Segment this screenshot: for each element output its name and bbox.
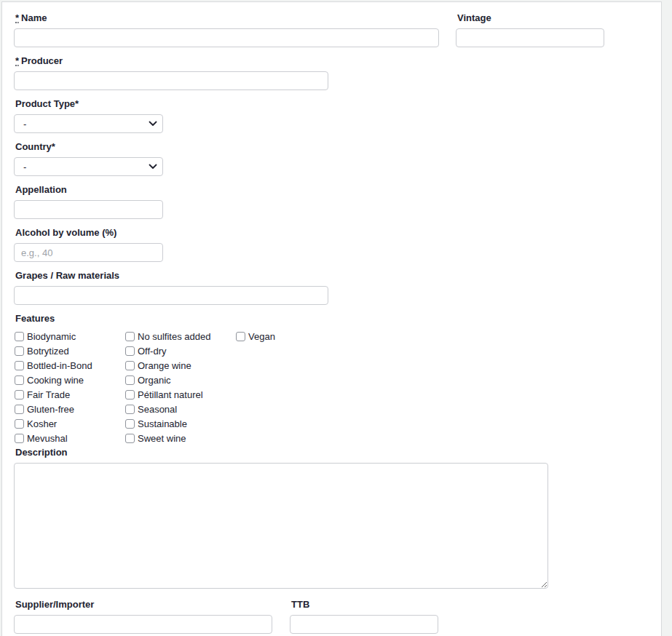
checkbox[interactable]	[125, 332, 135, 341]
feature-label: Biodynamic	[27, 331, 76, 342]
features-checkbox-grid: Biodynamic Botrytized Bottled-in-Bond Co…	[14, 329, 649, 445]
checkbox[interactable]	[125, 375, 135, 385]
feature-item-botrytized[interactable]: Botrytized	[14, 343, 124, 358]
supplier-input[interactable]	[14, 615, 272, 634]
feature-label: Bottled-in-Bond	[27, 360, 92, 371]
feature-label: Off-dry	[138, 346, 167, 357]
product-type-select[interactable]: -	[14, 114, 163, 133]
feature-label: Seasonal	[138, 404, 177, 415]
feature-item-gluten-free[interactable]: Gluten-free	[14, 402, 124, 416]
feature-item-no-sulfites-added[interactable]: No sulfites added	[124, 329, 235, 343]
producer-label-text: Producer	[21, 55, 63, 66]
feature-item-sweet-wine[interactable]: Sweet wine	[124, 431, 235, 445]
description-textarea[interactable]	[14, 463, 548, 589]
checkbox[interactable]	[15, 332, 24, 341]
appellation-input[interactable]	[14, 200, 163, 219]
feature-label: Sustainable	[138, 418, 187, 429]
product-form-panel: *Name Vintage *Producer Product Type* - …	[1, 1, 662, 636]
country-select[interactable]: -	[14, 157, 163, 176]
feature-item-orange-wine[interactable]: Orange wine	[124, 358, 235, 373]
country-label: Country*	[14, 141, 649, 153]
feature-label: Cooking wine	[27, 375, 84, 386]
feature-item-sustainable[interactable]: Sustainable	[124, 416, 235, 431]
country-field-group: Country* -	[14, 141, 649, 176]
feature-label: Vegan	[248, 331, 275, 342]
appellation-label: Appellation	[14, 184, 649, 196]
description-label: Description	[14, 447, 649, 458]
checkbox[interactable]	[15, 375, 24, 385]
name-input[interactable]	[14, 28, 439, 47]
abv-field-group: Alcohol by volume (%)	[14, 227, 649, 262]
product-type-label: Product Type*	[14, 98, 649, 110]
vintage-field-group: Vintage	[456, 12, 604, 47]
feature-item-organic[interactable]: Organic	[124, 373, 235, 387]
feature-item-cooking-wine[interactable]: Cooking wine	[14, 373, 124, 387]
ttb-field-group: TTB	[290, 599, 438, 634]
feature-item-kosher[interactable]: Kosher	[14, 416, 124, 431]
feature-item-biodynamic[interactable]: Biodynamic	[14, 329, 124, 343]
ttb-input[interactable]	[290, 615, 438, 634]
description-field-group: Description	[14, 447, 649, 589]
checkbox[interactable]	[125, 361, 135, 370]
vintage-label: Vintage	[456, 12, 604, 24]
feature-item-off-dry[interactable]: Off-dry	[124, 343, 235, 358]
checkbox[interactable]	[125, 419, 135, 429]
supplier-label: Supplier/Importer	[14, 599, 272, 611]
checkbox[interactable]	[15, 346, 24, 356]
feature-item-petillant-naturel[interactable]: Pétillant naturel	[124, 387, 235, 402]
feature-label: Kosher	[27, 418, 57, 429]
product-type-field-group: Product Type* -	[14, 98, 649, 133]
supplier-field-group: Supplier/Importer	[14, 599, 272, 634]
feature-label: Pétillant naturel	[138, 389, 203, 400]
feature-label: Sweet wine	[138, 433, 186, 444]
ttb-label: TTB	[290, 599, 438, 611]
grapes-input[interactable]	[14, 286, 328, 305]
checkbox[interactable]	[15, 434, 24, 443]
checkbox[interactable]	[125, 346, 135, 356]
required-marker: *	[15, 57, 19, 66]
checkbox[interactable]	[125, 405, 135, 414]
feature-label: Orange wine	[138, 360, 191, 371]
feature-label: Organic	[138, 375, 171, 386]
vintage-input[interactable]	[456, 28, 604, 47]
appellation-field-group: Appellation	[14, 184, 649, 219]
required-marker: *	[15, 14, 19, 23]
producer-label: *Producer	[14, 55, 649, 67]
checkbox[interactable]	[125, 434, 135, 443]
feature-item-fair-trade[interactable]: Fair Trade	[14, 387, 124, 402]
feature-label: Gluten-free	[27, 404, 74, 415]
abv-input[interactable]	[14, 243, 163, 262]
features-label: Features	[14, 313, 649, 325]
feature-item-seasonal[interactable]: Seasonal	[124, 402, 235, 416]
grapes-label: Grapes / Raw materials	[14, 270, 649, 282]
feature-label: Mevushal	[27, 433, 68, 444]
grapes-field-group: Grapes / Raw materials	[14, 270, 649, 305]
producer-field-group: *Producer	[14, 55, 649, 90]
producer-input[interactable]	[14, 71, 328, 90]
checkbox[interactable]	[125, 390, 135, 400]
name-label-text: Name	[21, 12, 47, 23]
feature-item-bottled-in-bond[interactable]: Bottled-in-Bond	[14, 358, 124, 373]
name-label: *Name	[14, 12, 439, 24]
feature-item-mevushal[interactable]: Mevushal	[14, 431, 124, 445]
abv-label: Alcohol by volume (%)	[14, 227, 649, 239]
checkbox[interactable]	[15, 390, 24, 400]
checkbox[interactable]	[15, 419, 24, 429]
checkbox[interactable]	[15, 405, 24, 414]
checkbox[interactable]	[236, 332, 245, 341]
name-field-group: *Name	[14, 12, 439, 47]
features-field-group: Features Biodynamic Botrytized Bottled-i…	[14, 313, 649, 445]
feature-item-vegan[interactable]: Vegan	[235, 329, 346, 343]
checkbox[interactable]	[15, 361, 24, 370]
feature-label: No sulfites added	[138, 331, 210, 342]
feature-label: Botrytized	[27, 346, 69, 357]
feature-label: Fair Trade	[27, 389, 70, 400]
